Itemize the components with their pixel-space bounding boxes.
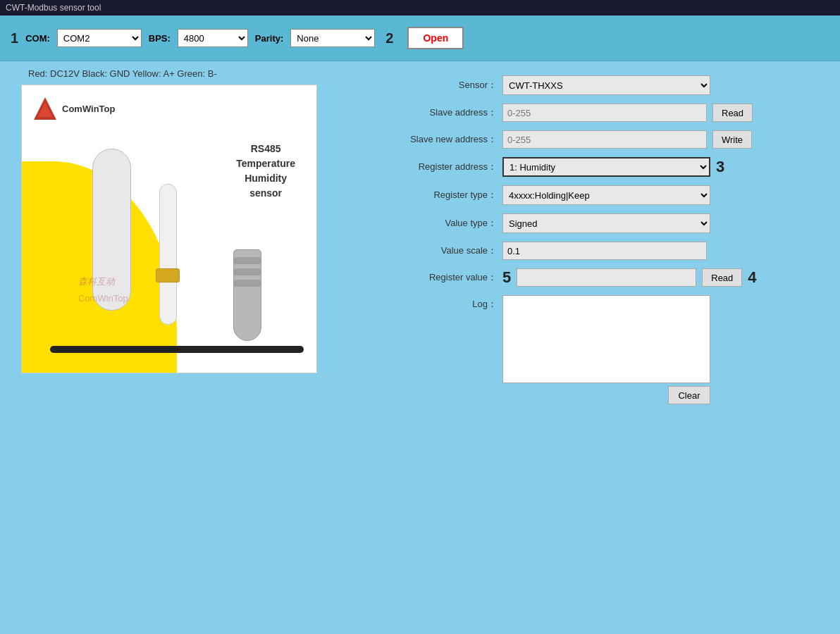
log-textarea[interactable] bbox=[502, 295, 710, 383]
register-type-label: Register type： bbox=[395, 189, 497, 201]
bps-select[interactable]: 4800 1200 2400 9600 19200 38400 57600 11… bbox=[178, 29, 248, 47]
title-bar: CWT-Modbus sensor tool bbox=[0, 0, 840, 15]
value-scale-label: Value scale： bbox=[395, 244, 497, 257]
wiring-info: Red: DC12V Black: GND Yellow: A+ Green: … bbox=[14, 68, 381, 79]
write-button[interactable]: Write bbox=[712, 130, 752, 149]
value-type-label: Value type： bbox=[395, 217, 497, 230]
com-select[interactable]: COM2 COM1 COM3 COM4 bbox=[57, 29, 142, 47]
sensor-row: Sensor： CWT-THXXS CWT-THXXA CWT-THXXB bbox=[395, 75, 826, 95]
step1-label: 1 bbox=[11, 30, 18, 46]
open-button[interactable]: Open bbox=[407, 27, 464, 49]
value-type-select[interactable]: Signed Unsigned bbox=[502, 213, 710, 233]
step2-label: 2 bbox=[385, 30, 393, 46]
watermark1: 森科互动 bbox=[78, 275, 115, 288]
value-scale-row: Value scale： bbox=[395, 242, 826, 260]
app-title: CWT-Modbus sensor tool bbox=[6, 3, 101, 13]
slave-address-input[interactable] bbox=[502, 104, 707, 122]
sensor-label: Sensor： bbox=[395, 79, 497, 92]
slave-address-label: Slave address： bbox=[395, 106, 497, 119]
parity-label: Parity: bbox=[255, 33, 283, 44]
watermark2: ComWinTop bbox=[78, 293, 128, 304]
com-label: COM: bbox=[25, 33, 50, 44]
sensor-select[interactable]: CWT-THXXS CWT-THXXA CWT-THXXB bbox=[502, 75, 710, 95]
step3-label: 3 bbox=[716, 158, 724, 176]
logo-area: ComWinTop bbox=[32, 96, 115, 121]
sensor-desc: RS485 Temperature Humidity sensor bbox=[236, 142, 295, 201]
register-address-select[interactable]: 1: Humidity 2: Temperature 3: Temp&Humi bbox=[502, 157, 710, 177]
main-area: Red: DC12V Black: GND Yellow: A+ Green: … bbox=[0, 61, 840, 634]
register-address-row: Register address： 1: Humidity 2: Tempera… bbox=[395, 157, 826, 177]
log-label: Log： bbox=[395, 295, 497, 311]
read-slave-button[interactable]: Read bbox=[712, 104, 753, 122]
slave-new-address-row: Slave new address： Write bbox=[395, 130, 826, 149]
log-area: Clear bbox=[502, 295, 710, 404]
logo-text: ComWinTop bbox=[62, 104, 115, 114]
register-type-row: Register type： 4xxxx:Holding|Keep 3xxxx:… bbox=[395, 185, 826, 205]
slave-new-address-label: Slave new address： bbox=[395, 133, 497, 146]
right-panel: Sensor： CWT-THXXS CWT-THXXA CWT-THXXB Sl… bbox=[395, 68, 826, 627]
log-row: Log： Clear bbox=[395, 295, 826, 404]
value-type-row: Value type： Signed Unsigned bbox=[395, 213, 826, 233]
register-value-row: Register value： 5 Read 4 bbox=[395, 268, 826, 287]
register-value-input[interactable] bbox=[517, 268, 696, 287]
bps-label: BPS: bbox=[149, 33, 171, 44]
toolbar: 1 COM: COM2 COM1 COM3 COM4 BPS: 4800 120… bbox=[0, 15, 840, 61]
slave-address-row: Slave address： Read bbox=[395, 104, 826, 122]
register-value-label: Register value： bbox=[395, 271, 497, 284]
parity-select[interactable]: None Odd Even bbox=[290, 29, 375, 47]
read-register-button[interactable]: Read bbox=[702, 268, 742, 287]
sensor-image: ComWinTop RS485 Temperature Humidity sen… bbox=[21, 85, 317, 373]
value-scale-input[interactable] bbox=[502, 242, 707, 260]
clear-button[interactable]: Clear bbox=[668, 386, 710, 404]
step4-label: 4 bbox=[748, 268, 756, 287]
register-type-select[interactable]: 4xxxx:Holding|Keep 3xxxx:Input|Read bbox=[502, 185, 710, 205]
register-address-label: Register address： bbox=[395, 161, 497, 173]
step5-label: 5 bbox=[502, 268, 511, 287]
slave-new-address-input[interactable] bbox=[502, 130, 707, 149]
left-panel: Red: DC12V Black: GND Yellow: A+ Green: … bbox=[14, 68, 381, 627]
